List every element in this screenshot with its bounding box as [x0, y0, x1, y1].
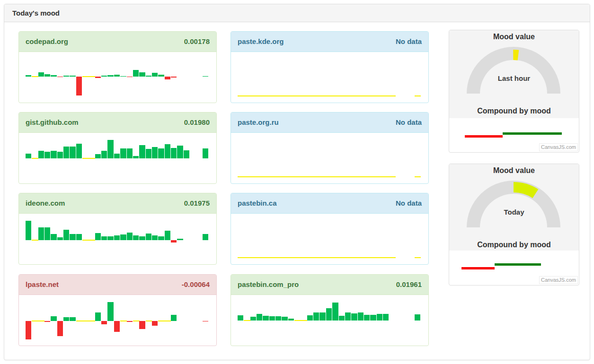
positive-bar — [326, 308, 332, 321]
positive-bar — [26, 154, 31, 158]
zero-line-segment — [76, 321, 83, 321]
site-mood-value: 0.01975 — [184, 193, 210, 213]
negative-bar — [203, 321, 208, 321]
positive-bar — [275, 316, 281, 321]
site-name: lpaste.net — [26, 275, 59, 295]
negative-bar — [26, 321, 31, 339]
positive-bar — [120, 76, 126, 77]
mood-gauge-panel-today: Mood value Today Compound by mood Canvas… — [449, 164, 579, 286]
positive-bar — [165, 144, 170, 158]
negative-bar — [152, 321, 158, 326]
positive-bar — [95, 154, 101, 158]
zero-line-segment — [294, 95, 301, 96]
positive-bar — [370, 315, 376, 321]
positive-bar — [57, 152, 63, 158]
positive-bar — [152, 73, 158, 77]
positive-bar — [158, 236, 164, 240]
positive-bar — [120, 148, 126, 158]
negative-bar — [57, 77, 63, 77]
positive-bar — [127, 233, 133, 240]
zero-line-segment — [307, 95, 314, 96]
site-name: ideone.com — [26, 193, 65, 213]
positive-bar — [38, 151, 44, 158]
zero-line-segment — [383, 176, 390, 177]
site-card-paste-kde: paste.kde.org No data — [231, 31, 429, 103]
site-card-header: ideone.com 0.01975 — [19, 193, 216, 214]
positive-bar — [238, 315, 243, 321]
positive-bar — [26, 221, 31, 240]
positive-bar — [114, 154, 120, 158]
positive-bar — [313, 312, 319, 321]
zero-line-segment — [383, 95, 390, 96]
positive-bar — [152, 235, 158, 240]
compound-chart-title: Compound by mood — [449, 241, 579, 249]
zero-line-segment — [244, 95, 250, 96]
positive-bar — [282, 317, 287, 321]
positive-bar — [101, 76, 107, 77]
zero-line-segment — [269, 176, 276, 177]
gauge-chart-area: Mood value Last hour Compound by mood — [449, 30, 579, 118]
zero-line-segment — [269, 95, 276, 96]
zero-line-segment — [32, 321, 38, 321]
positive-bar — [203, 234, 208, 240]
compound-segment — [503, 132, 562, 135]
canvasjs-credit-link[interactable]: CanvasJS.com — [539, 143, 578, 151]
site-mood-value: No data — [396, 113, 422, 132]
site-name: paste.kde.org — [238, 32, 284, 52]
positive-bar — [351, 313, 357, 321]
negative-bar — [57, 321, 63, 336]
positive-bar — [127, 148, 133, 158]
negative-bar — [101, 321, 107, 324]
zero-line-segment — [32, 76, 38, 77]
zero-line-segment — [415, 257, 421, 258]
mood-bar-chart — [231, 214, 428, 264]
zero-line-segment — [244, 320, 250, 321]
zero-line-segment — [301, 95, 307, 96]
positive-bar — [377, 314, 382, 321]
site-card-gist-github: gist.github.com 0.01980 — [18, 112, 217, 184]
negative-bar — [171, 77, 177, 78]
zero-line-segment — [263, 257, 269, 258]
zero-line-segment — [326, 176, 333, 177]
zero-line-segment — [288, 257, 295, 258]
mood-gauge — [449, 30, 578, 106]
negative-bar — [127, 77, 133, 77]
site-name: pastebin.com_pro — [238, 275, 299, 295]
positive-bar — [250, 317, 256, 321]
zero-line-segment — [319, 257, 326, 258]
positive-bar — [139, 145, 145, 158]
gauge-period-label: Today — [449, 208, 579, 216]
site-card-header: pastebin.ca No data — [231, 193, 428, 214]
positive-bar — [171, 148, 177, 158]
zero-line-segment — [133, 321, 140, 321]
zero-line-segment — [257, 176, 263, 177]
positive-bar — [44, 152, 50, 158]
mood-gauge-panel-last-hour: Mood value Last hour Compound by mood Ca… — [449, 30, 579, 153]
page: Today's mood codepad.org 0.00178 gist.gi… — [0, 0, 594, 364]
zero-line-segment — [244, 176, 250, 177]
zero-line-segment — [82, 76, 89, 77]
positive-bar — [177, 239, 183, 240]
positive-bar — [44, 74, 50, 77]
zero-line-segment — [238, 95, 244, 96]
zero-line-segment — [319, 95, 326, 96]
negative-bar — [76, 77, 82, 95]
positive-bar — [171, 315, 177, 321]
positive-bar — [51, 234, 56, 240]
zero-line-segment — [358, 257, 364, 258]
site-card-pastebin-com-pro: pastebin.com_pro 0.01961 — [231, 274, 429, 346]
mood-gauge — [449, 164, 578, 240]
positive-bar — [146, 234, 151, 240]
canvasjs-credit-link[interactable]: CanvasJS.com — [539, 276, 578, 284]
positive-bar — [203, 76, 208, 77]
positive-bar — [203, 148, 208, 158]
zero-line-segment — [339, 176, 346, 177]
zero-line-segment — [250, 176, 257, 177]
positive-bar — [257, 314, 262, 321]
zero-line-segment — [307, 176, 314, 177]
positive-bar — [114, 235, 120, 240]
positive-bar — [120, 234, 126, 240]
site-name: gist.github.com — [26, 113, 79, 132]
zero-line-segment — [313, 95, 320, 96]
site-mood-value: No data — [396, 32, 422, 52]
